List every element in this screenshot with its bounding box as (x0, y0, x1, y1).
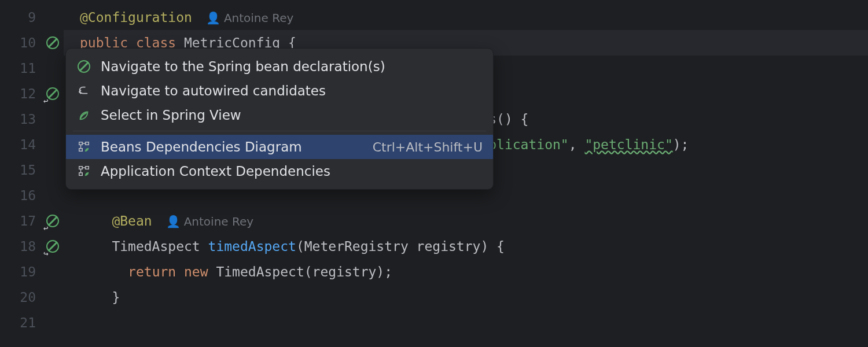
gutter-icon-cell (42, 5, 64, 30)
line-number: 20 (0, 285, 42, 310)
person-icon: 👤 (166, 209, 181, 234)
gutter-icon-cell (42, 132, 64, 157)
code-line[interactable]: return new TimedAspect(registry); (64, 259, 868, 285)
code-line[interactable] (64, 310, 868, 335)
line-number: 12 (0, 81, 42, 106)
spring-bean-nav-icon[interactable]: ↩ (42, 208, 64, 234)
line-number: 13 (0, 106, 42, 132)
line-number: 16 (0, 183, 42, 208)
spring-bean-icon (76, 59, 91, 74)
menu-item[interactable]: Application Context Dependencies (66, 159, 493, 183)
annotation: @Bean (112, 213, 152, 228)
menu-item-label: Application Context Dependencies (101, 164, 483, 179)
line-number: 9 (0, 5, 42, 30)
svg-rect-2 (79, 149, 83, 152)
code-line[interactable]: @Configuration👤Antoine Rey (64, 5, 868, 30)
spring-bean-icon[interactable] (42, 30, 64, 56)
person-icon: 👤 (206, 5, 220, 31)
menu-item-label: Beans Dependencies Diagram (101, 139, 363, 154)
menu-item[interactable]: Navigate to the Spring bean declaration(… (66, 54, 493, 79)
line-number: 18 (0, 234, 42, 259)
line-number-gutter: 9101112131415161718192021 (0, 0, 42, 347)
spring-bean-nav-icon[interactable]: ↩ (42, 81, 64, 106)
diagram-icon (76, 164, 91, 179)
svg-rect-5 (79, 173, 83, 176)
menu-item-shortcut: Ctrl+Alt+Shift+U (373, 140, 483, 154)
spring-bean-out-icon[interactable]: ↪ (42, 234, 64, 259)
menu-separator (73, 131, 486, 131)
line-number: 14 (0, 132, 42, 157)
code-line[interactable]: } (64, 285, 868, 310)
menu-item-label: Navigate to the Spring bean declaration(… (101, 59, 483, 74)
line-number: 15 (0, 157, 42, 183)
leaf-icon (76, 108, 91, 123)
svg-rect-1 (86, 142, 89, 145)
line-number: 17 (0, 208, 42, 234)
gutter-icon-cell (42, 183, 64, 208)
svg-rect-4 (86, 167, 89, 169)
menu-item[interactable]: Beans Dependencies DiagramCtrl+Alt+Shift… (66, 135, 493, 159)
menu-item-label: Select in Spring View (101, 108, 483, 123)
back-arrow-icon (76, 83, 91, 98)
svg-rect-3 (79, 167, 83, 169)
line-number: 11 (0, 56, 42, 81)
menu-item[interactable]: Navigate to autowired candidates (66, 79, 493, 103)
author-hint: 👤Antoine Rey (206, 5, 293, 31)
gutter-icon-cell (42, 157, 64, 183)
annotation: @Configuration (80, 10, 192, 25)
menu-item[interactable]: Select in Spring View (66, 103, 493, 127)
code-line[interactable]: TimedAspect timedAspect(MeterRegistry re… (64, 234, 868, 259)
gutter-icon-cell (42, 310, 64, 335)
gutter-icon-strip: ↩↩↪ (42, 0, 64, 347)
gutter-icon-cell (42, 259, 64, 285)
line-number: 19 (0, 259, 42, 285)
gutter-icon-cell (42, 106, 64, 132)
svg-rect-0 (79, 142, 83, 145)
code-line[interactable]: @Bean👤Antoine Rey (64, 208, 868, 234)
gutter-icon-cell (42, 56, 64, 81)
line-number: 21 (0, 310, 42, 335)
menu-item-label: Navigate to autowired candidates (101, 83, 483, 98)
context-menu: Navigate to the Spring bean declaration(… (65, 48, 494, 190)
author-hint: 👤Antoine Rey (166, 209, 253, 234)
line-number: 10 (0, 30, 42, 56)
diagram-icon (76, 139, 91, 154)
gutter-icon-cell (42, 285, 64, 310)
